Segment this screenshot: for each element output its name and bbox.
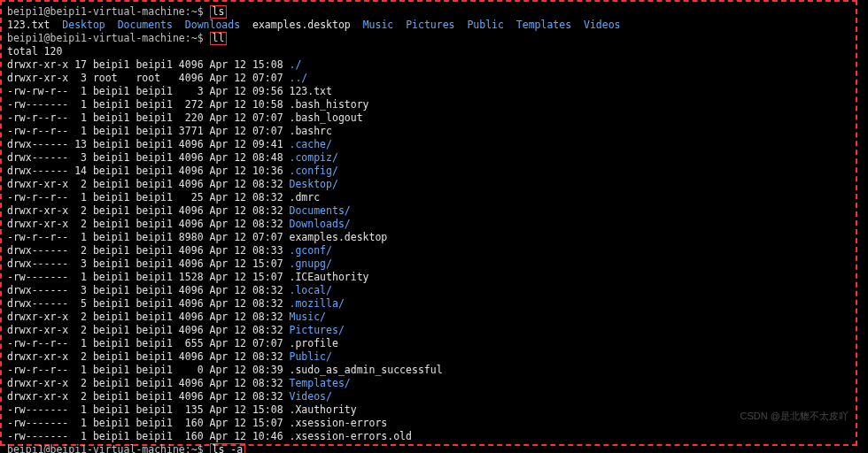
file-entry: .bash_history <box>290 98 369 111</box>
ll-row: drwx------ 14 beipi1 beipi1 4096 Apr 12 … <box>7 165 850 178</box>
ll-row: drwxr-xr-x 2 beipi1 beipi1 4096 Apr 12 0… <box>7 218 850 231</box>
highlight-box: ll <box>210 32 228 45</box>
file-entry: Desktop <box>62 19 105 31</box>
prompt-line-lsa[interactable]: beipi1@beipi1-virtual-machine:~$ ls -a <box>7 443 850 453</box>
file-entry: .Xauthority <box>290 403 357 416</box>
ll-row: -rw------- 1 beipi1 beipi1 272 Apr 12 10… <box>7 98 850 111</box>
ll-output: drwxr-xr-x 17 beipi1 beipi1 4096 Apr 12 … <box>7 58 850 443</box>
file-entry: .ICEauthority <box>290 271 369 283</box>
file-entry: .profile <box>290 337 338 349</box>
ll-row: drwxr-xr-x 3 root root 4096 Apr 12 07:07… <box>7 72 850 85</box>
file-entry: .bashrc <box>290 125 332 137</box>
ll-row: drwx------ 3 beipi1 beipi1 4096 Apr 12 0… <box>7 284 850 297</box>
file-entry: Templates <box>516 19 571 31</box>
file-entry: .gnupg/ <box>290 257 332 270</box>
file-entry: ./ <box>290 58 302 71</box>
ll-row: drwx------ 5 beipi1 beipi1 4096 Apr 12 0… <box>7 297 850 311</box>
ll-row: drwxr-xr-x 2 beipi1 beipi1 4096 Apr 12 0… <box>7 178 850 191</box>
file-entry: Public/ <box>290 350 332 363</box>
file-entry: Pictures <box>406 19 454 31</box>
ll-row: -rw------- 1 beipi1 beipi1 160 Apr 12 10… <box>7 430 850 443</box>
file-entry: Music/ <box>290 311 327 323</box>
file-entry: .mozilla/ <box>290 297 345 310</box>
ll-row: -rw-r--r-- 1 beipi1 beipi1 220 Apr 12 07… <box>7 111 850 125</box>
file-entry: .xsession-errors.old <box>290 430 412 442</box>
file-entry: .sudo_as_admin_successful <box>290 364 443 376</box>
cmd-lsa: ls -a <box>213 443 244 453</box>
ll-row: drwx------ 3 beipi1 beipi1 4096 Apr 12 1… <box>7 257 850 271</box>
shell-prompt: beipi1@beipi1-virtual-machine:~$ <box>7 32 204 44</box>
cmd-ls: ls <box>213 5 225 18</box>
ll-row: drwx------ 3 beipi1 beipi1 4096 Apr 12 0… <box>7 151 850 165</box>
file-entry: Documents <box>118 19 173 31</box>
ll-row: -rw-r--r-- 1 beipi1 beipi1 25 Apr 12 08:… <box>7 191 850 204</box>
ll-row: drwxr-xr-x 2 beipi1 beipi1 4096 Apr 12 0… <box>7 390 850 403</box>
file-entry: .cache/ <box>290 138 332 150</box>
ll-row: drwxr-xr-x 2 beipi1 beipi1 4096 Apr 12 0… <box>7 324 850 337</box>
file-entry: 123.txt <box>290 85 332 97</box>
ll-row: drwxr-xr-x 2 beipi1 beipi1 4096 Apr 12 0… <box>7 204 850 218</box>
highlight-box: ls -a <box>210 443 246 453</box>
file-entry: .config/ <box>290 165 338 177</box>
ll-row: -rw-r--r-- 1 beipi1 beipi1 3771 Apr 12 0… <box>7 125 850 138</box>
file-entry: Videos <box>584 19 621 31</box>
ll-row: drwx------ 13 beipi1 beipi1 4096 Apr 12 … <box>7 138 850 151</box>
file-entry: Public <box>467 19 504 31</box>
file-entry: Pictures/ <box>290 324 345 336</box>
file-entry: Music <box>363 19 394 31</box>
ll-row: drwxr-xr-x 2 beipi1 beipi1 4096 Apr 12 0… <box>7 311 850 324</box>
shell-prompt: beipi1@beipi1-virtual-machine:~$ <box>7 443 204 453</box>
cmd-ll: ll <box>213 32 225 44</box>
file-entry: Videos/ <box>290 390 332 403</box>
prompt-line-ll[interactable]: beipi1@beipi1-virtual-machine:~$ ll <box>7 32 850 45</box>
file-entry: .local/ <box>290 284 332 296</box>
terminal-window[interactable]: beipi1@beipi1-virtual-machine:~$ ls 123.… <box>0 0 857 446</box>
file-entry: Documents/ <box>290 204 351 217</box>
file-entry: Desktop/ <box>290 178 338 190</box>
file-entry: .dmrc <box>290 191 321 203</box>
file-entry: Downloads/ <box>290 218 351 230</box>
ll-row: -rw------- 1 beipi1 beipi1 135 Apr 12 15… <box>7 403 850 417</box>
prompt-line-ls[interactable]: beipi1@beipi1-virtual-machine:~$ ls <box>7 5 850 19</box>
ll-row: -rw-r--r-- 1 beipi1 beipi1 8980 Apr 12 0… <box>7 231 850 244</box>
highlight-box: ls <box>210 5 228 19</box>
file-entry: Downloads <box>185 19 240 31</box>
ll-row: -rw------- 1 beipi1 beipi1 160 Apr 12 15… <box>7 417 850 430</box>
ll-row: drwxr-xr-x 17 beipi1 beipi1 4096 Apr 12 … <box>7 58 850 72</box>
ll-row: drwxr-xr-x 2 beipi1 beipi1 4096 Apr 12 0… <box>7 377 850 390</box>
ll-row: -rw------- 1 beipi1 beipi1 1528 Apr 12 1… <box>7 271 850 284</box>
file-entry: .bash_logout <box>290 111 363 124</box>
ll-row: -rw-r--r-- 1 beipi1 beipi1 655 Apr 12 07… <box>7 337 850 350</box>
file-entry: .xsession-errors <box>290 417 388 429</box>
file-entry: examples.desktop <box>290 231 388 243</box>
ll-row: -rw-r--r-- 1 beipi1 beipi1 0 Apr 12 08:3… <box>7 364 850 377</box>
file-entry: .compiz/ <box>290 151 338 164</box>
file-entry: examples.desktop <box>252 19 351 31</box>
ll-row: -rw-rw-r-- 1 beipi1 beipi1 3 Apr 12 09:5… <box>7 85 850 98</box>
file-entry: ../ <box>290 72 308 84</box>
ll-total: total 120 <box>7 45 850 58</box>
file-entry: Templates/ <box>290 377 351 389</box>
file-entry: 123.txt <box>7 19 50 31</box>
file-entry: .gconf/ <box>290 244 332 257</box>
ls-output: 123.txt Desktop Documents Downloads exam… <box>7 19 850 32</box>
ll-row: drwxr-xr-x 2 beipi1 beipi1 4096 Apr 12 0… <box>7 350 850 364</box>
shell-prompt: beipi1@beipi1-virtual-machine:~$ <box>7 5 204 18</box>
ll-row: drwx------ 2 beipi1 beipi1 4096 Apr 12 0… <box>7 244 850 257</box>
